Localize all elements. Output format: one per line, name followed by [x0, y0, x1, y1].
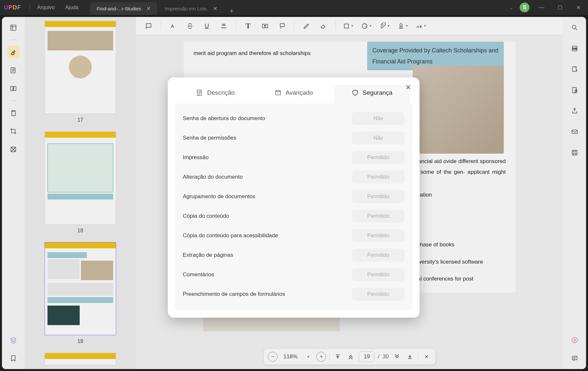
tab-inactive[interactable]: Impressão em Lote. ✕: [158, 2, 224, 15]
advanced-icon: [274, 89, 282, 96]
security-row: Extração de páginasPermitido: [181, 245, 406, 265]
menu-file[interactable]: Arquivo: [37, 5, 55, 10]
close-button[interactable]: ✕: [572, 5, 584, 11]
security-row: Cópia do conteúdoPermitido: [181, 206, 406, 226]
maximize-button[interactable]: ☐: [554, 5, 566, 11]
security-row: ImpressãoPermitido: [181, 148, 406, 167]
tab-active[interactable]: Find-and-...r-Studies ✕: [90, 2, 157, 15]
tab-description[interactable]: Descrição: [178, 85, 253, 103]
shield-icon: [352, 89, 359, 96]
chevron-down-icon[interactable]: ⌄: [509, 5, 513, 10]
menu-help[interactable]: Ajuda: [65, 5, 78, 10]
tab-title: Impressão em Lote.: [165, 6, 208, 11]
main-area: 17 18 19 T T ▼ ▼ ▼: [2, 17, 586, 369]
tab-advanced[interactable]: Avançado: [256, 85, 332, 103]
app-logo: UPDF: [4, 4, 21, 11]
security-row: Alteração do documentoPermitido: [181, 167, 406, 187]
avatar[interactable]: S: [520, 3, 529, 12]
add-tab-button[interactable]: +: [225, 7, 238, 15]
tab-title: Find-and-...r-Studies: [97, 6, 141, 11]
close-icon[interactable]: ✕: [146, 6, 151, 12]
modal-body: Senha de abertura do documentoNão Senha …: [175, 103, 412, 310]
tabs: Find-and-...r-Studies ✕ Impressão em Lot…: [90, 0, 238, 15]
tab-security[interactable]: Segurança: [334, 85, 410, 103]
security-row: Senha de permissõesNão: [181, 128, 406, 148]
minimize-button[interactable]: —: [536, 5, 548, 10]
titlebar: UPDF Arquivo Ajuda Find-and-...r-Studies…: [0, 0, 588, 15]
security-row: Preenchimento de campos de formuláriosPe…: [181, 284, 406, 304]
description-icon: [196, 89, 203, 96]
security-row: Senha de abertura do documentoNão: [181, 109, 406, 128]
close-icon[interactable]: ✕: [213, 6, 217, 12]
security-row: Cópia do conteúdo para acessibilidadePer…: [181, 226, 406, 245]
security-row: Agrupamento de documentosPermitido: [181, 187, 406, 206]
close-icon[interactable]: ✕: [405, 83, 411, 92]
document-properties-modal: Descrição Avançado Segurança ✕ Senha de …: [168, 77, 420, 318]
security-row: ComentáriosPermitido: [181, 265, 406, 284]
